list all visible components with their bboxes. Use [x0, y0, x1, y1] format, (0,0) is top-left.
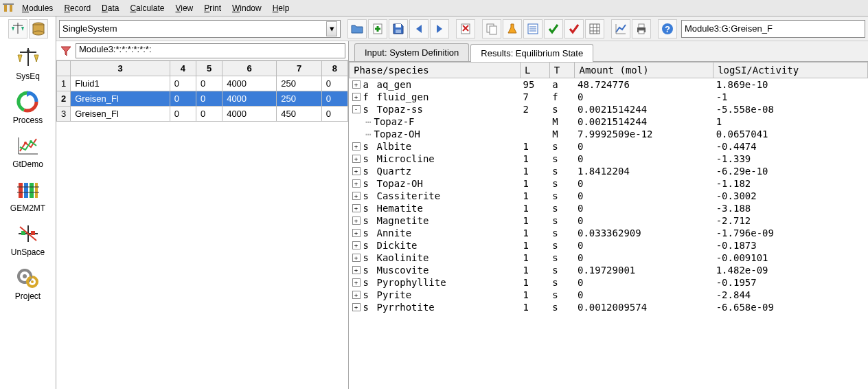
svg-rect-39: [396, 30, 401, 33]
grid-header[interactable]: 5: [196, 61, 222, 76]
tree-toggle-icon[interactable]: +: [352, 80, 361, 89]
menu-help[interactable]: Help: [267, 2, 295, 14]
tab[interactable]: Input: System Definition: [354, 43, 469, 61]
results-header[interactable]: Phase/species: [350, 63, 521, 78]
print-icon[interactable]: [632, 19, 651, 38]
menu-record[interactable]: Record: [58, 2, 96, 14]
check-red-icon[interactable]: [564, 19, 584, 38]
rail-project[interactable]: Project: [10, 261, 45, 305]
results-row[interactable]: +s Microcline1s0-1.339: [350, 153, 868, 165]
tree-toggle-icon[interactable]: +: [352, 93, 361, 101]
rail-balance-icon[interactable]: [8, 19, 27, 38]
tree-toggle-icon[interactable]: +: [352, 142, 361, 151]
tree-toggle-icon[interactable]: +: [352, 291, 361, 299]
tree-toggle-icon[interactable]: +: [352, 303, 361, 311]
results-header[interactable]: Amount (mol): [575, 63, 713, 78]
filter-funnel-icon[interactable]: [59, 44, 73, 58]
record-grid[interactable]: 3456781Fluid100400025002Greisen_Fl004000…: [56, 60, 348, 122]
tree-toggle-icon[interactable]: +: [352, 254, 361, 262]
menu-data[interactable]: Data: [96, 2, 124, 14]
grid-header[interactable]: 3: [71, 61, 170, 76]
results-header[interactable]: L: [521, 63, 550, 78]
results-table[interactable]: Phase/speciesLTAmount (mol)logSI/Activit…: [349, 62, 868, 389]
results-row[interactable]: +s Cassiterite1s0-0.3002: [350, 190, 868, 202]
results-row[interactable]: +s Albite1s0-0.4474: [350, 140, 868, 153]
tree-toggle-icon[interactable]: +: [352, 167, 361, 175]
tree-toggle-icon[interactable]: +: [352, 229, 361, 237]
rail-unspace[interactable]: UnSpace: [10, 217, 45, 261]
check-green-icon[interactable]: [544, 19, 563, 38]
results-header[interactable]: T: [549, 63, 575, 78]
results-row[interactable]: +s Magnetite1s0-2.712: [350, 214, 868, 227]
grid-header[interactable]: 8: [321, 61, 347, 76]
results-row[interactable]: +s Quartz1s1.8412204-6.29e-10: [350, 165, 868, 177]
menu-window[interactable]: Window: [227, 2, 267, 14]
svg-rect-17: [24, 183, 28, 198]
grid-row[interactable]: 3Greisen_Fl0040004500: [57, 107, 348, 122]
tree-toggle-icon[interactable]: +: [352, 216, 361, 225]
menu-view[interactable]: View: [170, 2, 198, 14]
grid-header[interactable]: 4: [170, 61, 196, 76]
results-header[interactable]: logSI/Activity: [713, 63, 868, 78]
results-row[interactable]: +s Kaolinite1s0-0.009101: [350, 252, 868, 264]
results-row[interactable]: +s Topaz-OH1s0-1.182: [350, 177, 868, 190]
results-row[interactable]: +s Pyrrhotite1s0.0012009574-6.658e-09: [350, 301, 868, 313]
delete-icon[interactable]: [456, 19, 475, 38]
svg-rect-18: [30, 183, 34, 198]
results-row[interactable]: ⋯Topaz-OHM7.9992509e-120.0657041: [350, 128, 868, 140]
grid-header[interactable]: [57, 61, 71, 76]
unspace-icon: [14, 221, 42, 246]
svg-rect-49: [590, 24, 599, 34]
table-icon[interactable]: [585, 19, 604, 38]
filter-input[interactable]: Module3:*:*:*:*:*:*:: [76, 43, 345, 58]
rail-syseq[interactable]: SysEq: [10, 41, 45, 85]
menu-modules[interactable]: Modules: [16, 2, 58, 14]
grid-header[interactable]: 6: [222, 61, 277, 76]
chart-icon[interactable]: [611, 19, 630, 38]
back-arrow-icon[interactable]: [409, 19, 429, 38]
rail-database-icon[interactable]: [29, 19, 48, 38]
grid-header[interactable]: 7: [277, 61, 322, 76]
syseq-icon: [14, 45, 42, 70]
results-row[interactable]: ⋯Topaz-FM0.00215142441: [350, 115, 868, 128]
tree-toggle-icon[interactable]: +: [352, 278, 361, 287]
results-row[interactable]: +f fluid_gen7f0-1: [350, 91, 868, 103]
results-row[interactable]: +s Hematite1s0-3.188: [350, 202, 868, 214]
flask-icon[interactable]: [503, 19, 522, 38]
forward-arrow-icon[interactable]: [430, 19, 449, 38]
results-row[interactable]: +a aq_gen95a48.7247761.869e-10: [350, 78, 868, 91]
results-row[interactable]: +s Pyrophyllite1s0-0.1957: [350, 276, 868, 289]
save-icon[interactable]: [389, 19, 408, 38]
rail-gtdemo[interactable]: GtDemo: [10, 129, 45, 173]
results-row[interactable]: -s Topaz-ss2s0.0021514244-5.558e-08: [350, 103, 868, 115]
chevron-down-icon[interactable]: ▾: [326, 21, 337, 36]
menu-calculate[interactable]: Calculate: [124, 2, 170, 14]
rail-process[interactable]: Process: [10, 85, 45, 129]
grid-row[interactable]: 1Fluid10040002500: [57, 76, 348, 91]
tree-toggle-icon[interactable]: -: [352, 105, 361, 113]
svg-rect-0: [4, 5, 7, 12]
menu-print[interactable]: Print: [198, 2, 227, 14]
svg-rect-1: [10, 5, 12, 12]
help-icon[interactable]: ?: [658, 19, 677, 38]
grid-row[interactable]: 2Greisen_Fl0040002500: [57, 91, 348, 107]
tree-toggle-icon[interactable]: +: [352, 266, 361, 274]
results-row[interactable]: +s Dickite1s0-0.1873: [350, 239, 868, 252]
results-row[interactable]: +s Pyrite1s0-2.844: [350, 289, 868, 301]
tab[interactable]: Results: Equilibrium State: [470, 44, 593, 62]
tree-toggle-icon[interactable]: +: [352, 192, 361, 200]
list-icon[interactable]: [523, 19, 542, 38]
tree-toggle-icon[interactable]: +: [352, 204, 361, 212]
open-folder-icon[interactable]: [347, 19, 367, 38]
copy-icon[interactable]: [482, 19, 501, 38]
tree-toggle-icon[interactable]: +: [352, 241, 361, 249]
rail-gem2mt[interactable]: GEM2MT: [10, 173, 45, 217]
results-row[interactable]: +s Annite1s0.033362909-1.796e-09: [350, 227, 868, 239]
system-combo[interactable]: SingleSystem ▾: [59, 20, 341, 38]
module-path-input[interactable]: Module3:G:Greisen_F: [681, 20, 865, 38]
new-icon[interactable]: [368, 19, 387, 38]
tree-toggle-icon[interactable]: +: [352, 155, 361, 163]
svg-point-14: [24, 142, 27, 144]
results-row[interactable]: +s Muscovite1s0.197290011.482e-09: [350, 264, 868, 276]
tree-toggle-icon[interactable]: +: [352, 179, 361, 188]
